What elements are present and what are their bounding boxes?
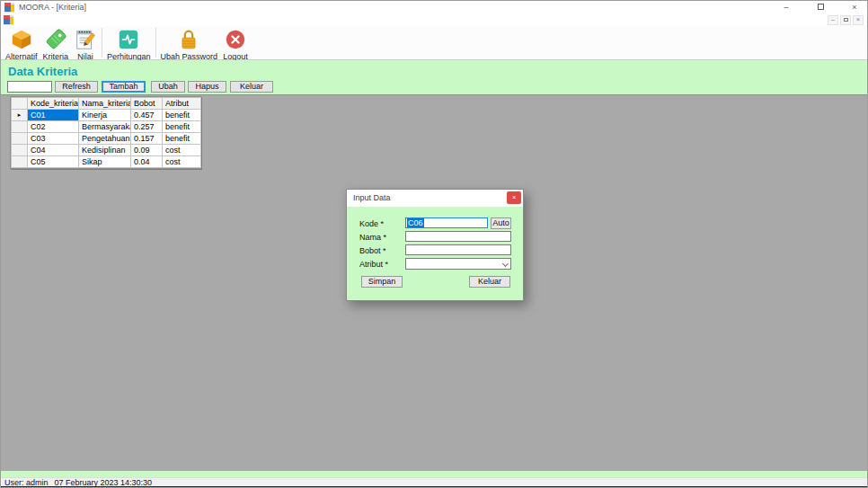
kriteria-data-grid: Kode_kriteria Nama_kriteria Bobot Atribu… <box>10 96 201 169</box>
row-selector-header <box>12 98 28 110</box>
dialog-close-icon[interactable]: × <box>507 191 521 204</box>
dialog-keluar-button[interactable]: Keluar <box>469 276 510 288</box>
tambah-button[interactable]: Tambah <box>102 81 146 93</box>
pulse-icon <box>117 28 140 51</box>
toolbar-separator <box>102 28 102 58</box>
simpan-button[interactable]: Simpan <box>361 276 403 288</box>
dialog-title-bar: Input Data × <box>347 190 523 207</box>
search-input[interactable] <box>7 81 52 93</box>
cell-kode[interactable]: C03 <box>28 133 79 145</box>
cell-atribut[interactable]: cost <box>163 156 201 168</box>
kode-label: Kode * <box>359 219 384 228</box>
cell-atribut[interactable]: benefit <box>163 110 201 121</box>
column-header[interactable]: Kode_kriteria <box>28 98 79 110</box>
tag-icon <box>44 28 67 51</box>
refresh-button[interactable]: Refresh <box>55 81 98 93</box>
cell-nama[interactable]: Kinerja <box>79 110 131 121</box>
toolbar-button-logout[interactable]: Logout <box>220 27 251 61</box>
cell-nama[interactable]: Pengetahuan <box>79 133 131 145</box>
maximize-icon[interactable] <box>815 2 826 13</box>
auto-button[interactable]: Auto <box>491 217 511 229</box>
toolbar-button-ubah-password[interactable]: Ubah Password <box>158 27 221 61</box>
lock-icon <box>177 28 200 51</box>
nama-label: Nama * <box>359 233 386 242</box>
keluar-button[interactable]: Keluar <box>230 81 273 93</box>
atribut-combobox[interactable] <box>405 258 511 270</box>
page-title: Data Kriteria <box>8 65 77 78</box>
cell-atribut[interactable]: benefit <box>163 133 201 145</box>
cube-icon <box>10 28 33 51</box>
close-icon[interactable]: × <box>849 2 860 13</box>
cell-kode[interactable]: C04 <box>28 145 79 156</box>
ubah-button[interactable]: Ubah <box>151 81 185 93</box>
chevron-down-icon <box>502 261 509 267</box>
cell-bobot[interactable]: 0.04 <box>131 156 163 168</box>
logout-icon <box>224 28 247 51</box>
cell-bobot[interactable]: 0.457 <box>131 110 163 121</box>
toolbar-button-perhitungan[interactable]: Perhitungan <box>104 27 154 61</box>
app-window: MOORA - [Kriteria] – × – × <box>0 0 868 488</box>
nama-field[interactable] <box>405 231 511 242</box>
status-bar: User: admin07 February 2023 14:30:30 <box>1 477 867 486</box>
cell-nama[interactable]: Sikap <box>79 156 131 168</box>
menu-strip: – × <box>1 14 867 26</box>
cell-bobot[interactable]: 0.157 <box>131 133 163 145</box>
column-header[interactable]: Bobot <box>131 98 163 110</box>
hapus-button[interactable]: Hapus <box>188 81 226 93</box>
cell-nama[interactable]: Bermasyarakat <box>79 121 131 133</box>
cell-kode[interactable]: C05 <box>28 156 79 168</box>
mdi-minimize-icon[interactable]: – <box>828 15 838 25</box>
page-header-panel: Data Kriteria Refresh Tambah Ubah Hapus … <box>1 60 867 94</box>
kode-field[interactable]: C06 <box>405 217 488 228</box>
table-row[interactable]: ► C01 Kinerja 0.457 benefit <box>12 110 201 121</box>
mdi-close-icon[interactable]: × <box>853 15 864 25</box>
mdi-restore-icon[interactable] <box>840 15 851 25</box>
bobot-field[interactable] <box>405 244 511 255</box>
table-row[interactable]: C02 Bermasyarakat 0.257 benefit <box>12 121 201 133</box>
row-selector-arrow-icon: ► <box>12 110 28 121</box>
atribut-label: Atribut * <box>359 260 388 269</box>
table-row[interactable]: C05 Sikap 0.04 cost <box>12 156 201 168</box>
grid-header-row: Kode_kriteria Nama_kriteria Bobot Atribu… <box>12 98 201 110</box>
toolbar-button-kriteria[interactable]: Kriteria <box>40 27 72 61</box>
toolbar-button-alternatif[interactable]: Alternatif <box>3 27 40 61</box>
cell-bobot[interactable]: 0.09 <box>131 145 163 156</box>
bobot-label: Bobot * <box>359 246 386 255</box>
row-selector <box>12 156 28 168</box>
cell-nama[interactable]: Kedisiplinan <box>79 145 131 156</box>
cell-atribut[interactable]: cost <box>163 145 201 156</box>
title-bar: MOORA - [Kriteria] – × <box>1 1 867 14</box>
column-header[interactable]: Atribut <box>163 98 201 110</box>
toolbar: Alternatif Kriteria <box>1 26 867 60</box>
form-bottom-strip <box>1 471 867 477</box>
app-icon <box>4 3 14 13</box>
window-title: MOORA - [Kriteria] <box>19 2 86 13</box>
column-header[interactable]: Nama_kriteria <box>79 98 131 110</box>
cell-kode[interactable]: C01 <box>28 110 79 121</box>
cell-kode[interactable]: C02 <box>28 121 79 133</box>
table-row[interactable]: C03 Pengetahuan 0.157 benefit <box>12 133 201 145</box>
mdi-client-area: Kode_kriteria Nama_kriteria Bobot Atribu… <box>1 94 867 471</box>
notepad-icon <box>74 28 97 51</box>
minimize-icon[interactable]: – <box>781 2 792 13</box>
cell-bobot[interactable]: 0.257 <box>131 121 163 133</box>
cell-atribut[interactable]: benefit <box>163 121 201 133</box>
row-selector <box>12 121 28 133</box>
kode-selected-text: C06 <box>407 218 424 227</box>
row-selector <box>12 145 28 156</box>
row-selector <box>12 133 28 145</box>
dialog-title: Input Data <box>347 190 523 207</box>
toolbar-button-nilai[interactable]: Nilai <box>71 27 100 61</box>
toolbar-separator <box>155 28 156 58</box>
input-data-dialog: Input Data × Kode * C06 Auto Nama * Bobo… <box>346 189 524 301</box>
mdi-child-icon <box>4 15 13 25</box>
table-row[interactable]: C04 Kedisiplinan 0.09 cost <box>12 145 201 156</box>
